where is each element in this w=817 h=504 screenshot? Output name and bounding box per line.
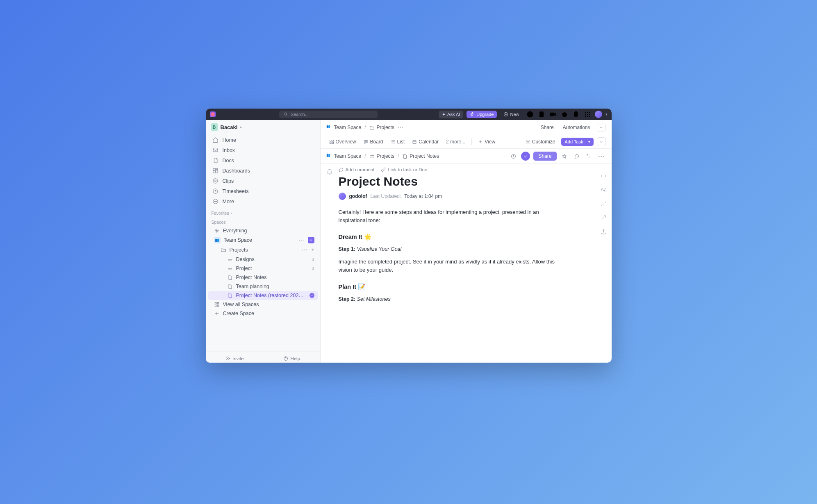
nav-more-label: More (223, 199, 314, 204)
timer-icon[interactable] (560, 110, 569, 118)
favorites-header[interactable]: Favorites › (206, 207, 320, 216)
link-to-task-button[interactable]: Link to task or Doc (381, 167, 427, 172)
views-more[interactable]: 2 more... (443, 137, 468, 146)
folder-add-icon[interactable]: + (311, 247, 314, 253)
avatar-chevron-icon[interactable]: ▾ (605, 112, 608, 116)
view-calendar[interactable]: Calendar (409, 137, 441, 146)
doc-intro[interactable]: Certainly! Here are some steps and ideas… (339, 208, 568, 225)
automations-button[interactable]: Automations (560, 123, 593, 132)
svg-point-12 (587, 114, 588, 115)
more-options-icon[interactable]: ⋯ (398, 124, 404, 131)
nav-docs[interactable]: Docs (208, 155, 318, 166)
view-board-label: Board (370, 139, 383, 145)
doc-content[interactable]: Add comment Link to task or Doc Project … (321, 164, 612, 363)
chevron-down-icon[interactable]: ▾ (586, 140, 590, 144)
svg-point-24 (213, 199, 217, 204)
doc-author-row: godolof Last Updated: Today at 1:04 pm (339, 193, 591, 200)
crumb-team-space[interactable]: 👥 Team Space (326, 125, 362, 130)
notepad-icon[interactable] (537, 110, 546, 118)
svg-rect-3 (539, 111, 544, 117)
view-list[interactable]: List (388, 137, 408, 146)
user-avatar[interactable] (595, 111, 602, 118)
nav-inbox-label: Inbox (223, 148, 314, 153)
customize-button[interactable]: Customize (523, 137, 558, 146)
svg-rect-29 (217, 302, 219, 304)
create-space[interactable]: Create Space (208, 309, 318, 318)
svg-rect-4 (550, 113, 554, 116)
person-plus-icon (225, 356, 230, 361)
everything-item[interactable]: Everything (208, 226, 318, 235)
doc-heading-plan[interactable]: Plan It 📝 (339, 284, 591, 291)
check-badge-icon (310, 293, 314, 298)
doc-crumb-project-notes[interactable]: Project Notes (402, 153, 439, 159)
workspace-switcher[interactable]: B Bacaki ▾ (206, 120, 320, 134)
apps-grid-icon[interactable] (583, 110, 592, 118)
doc-step-1-title[interactable]: Step 1: Visualize Your Goal (339, 246, 591, 252)
doc-crumb-team-space[interactable]: 👥 Team Space (326, 153, 362, 159)
list-project[interactable]: Project 3 (208, 264, 318, 273)
expand-button[interactable] (597, 137, 606, 146)
check-circle-icon[interactable] (521, 152, 530, 161)
add-view[interactable]: View (475, 137, 498, 146)
add-comment-button[interactable]: Add comment (339, 167, 375, 172)
step2-label: Step 2: (339, 296, 356, 302)
author-avatar[interactable] (339, 193, 346, 200)
doc-project-notes[interactable]: Project Notes (208, 273, 318, 282)
more-icon (212, 198, 218, 204)
ask-ai-button[interactable]: ✦ Ask AI (439, 111, 463, 118)
author-name[interactable]: godolof (349, 193, 367, 199)
doc-step-2-title[interactable]: Step 2: Set Milestones (339, 296, 591, 302)
upgrade-button[interactable]: Upgrade (467, 111, 497, 118)
view-board[interactable]: Board (361, 137, 386, 146)
help-button[interactable]: Help (279, 354, 304, 363)
export-icon[interactable] (600, 228, 608, 235)
doc-icon (402, 154, 407, 159)
doc-crumb-projects[interactable]: Projects (369, 153, 394, 159)
clipboard-icon[interactable] (572, 110, 580, 118)
comment-icon[interactable] (572, 152, 581, 161)
template-icon[interactable] (600, 214, 608, 221)
svg-rect-7 (575, 111, 577, 113)
doc-step-1-body[interactable]: Imagine the completed project. See it in… (339, 258, 568, 274)
view-overview[interactable]: Overview (326, 137, 359, 146)
checkmark-circle-icon[interactable] (526, 110, 534, 118)
nav-dashboards[interactable]: Dashboards (208, 166, 318, 176)
space-team-space[interactable]: 👥 Team Space ⋯ + (208, 235, 318, 245)
more-options-icon[interactable]: ⋯ (597, 152, 606, 161)
history-icon[interactable] (509, 152, 518, 161)
ai-wand-icon[interactable] (600, 200, 608, 207)
doc-team-planning[interactable]: Team planning (208, 282, 318, 291)
global-search[interactable]: Search... (279, 111, 378, 118)
chevron-down-button[interactable] (597, 123, 606, 132)
svg-point-27 (216, 201, 216, 202)
folder-projects[interactable]: Projects ⋯ + (208, 245, 318, 255)
doc-project-notes-label: Project Notes (236, 275, 314, 280)
doc-share-button[interactable]: Share (533, 152, 556, 161)
doc-project-notes-restored[interactable]: Project Notes (restored 2024-07-05 ... (208, 291, 318, 300)
width-toggle-icon[interactable] (600, 172, 608, 179)
space-icon: 👥 (326, 125, 332, 130)
add-task-button[interactable]: Add Task ▾ (561, 138, 593, 146)
nav-timesheets[interactable]: Timesheets (208, 186, 318, 196)
view-all-spaces[interactable]: View all Spaces (208, 300, 318, 309)
nav-more[interactable]: More (208, 196, 318, 207)
new-button[interactable]: New (500, 111, 522, 118)
space-options-icon[interactable]: ⋯ (298, 237, 305, 243)
nav-inbox[interactable]: Inbox (208, 145, 318, 155)
workspace-name: Bacaki (221, 124, 238, 130)
share-button[interactable]: Share (538, 123, 556, 132)
bell-icon[interactable] (326, 168, 333, 175)
star-icon[interactable] (560, 152, 569, 161)
collapse-icon[interactable] (585, 152, 594, 161)
font-size-button[interactable]: Aa (600, 186, 608, 193)
nav-home[interactable]: Home (208, 135, 318, 145)
list-designs[interactable]: Designs 3 (208, 255, 318, 264)
space-add-button[interactable]: + (308, 237, 314, 243)
video-icon[interactable] (549, 110, 557, 118)
doc-title[interactable]: Project Notes (339, 175, 591, 188)
crumb-projects[interactable]: Projects (369, 125, 394, 130)
invite-button[interactable]: Invite (221, 354, 248, 363)
folder-options-icon[interactable]: ⋯ (302, 247, 308, 253)
doc-heading-dream[interactable]: Dream It 🌟 (339, 234, 591, 241)
nav-clips[interactable]: Clips (208, 176, 318, 186)
